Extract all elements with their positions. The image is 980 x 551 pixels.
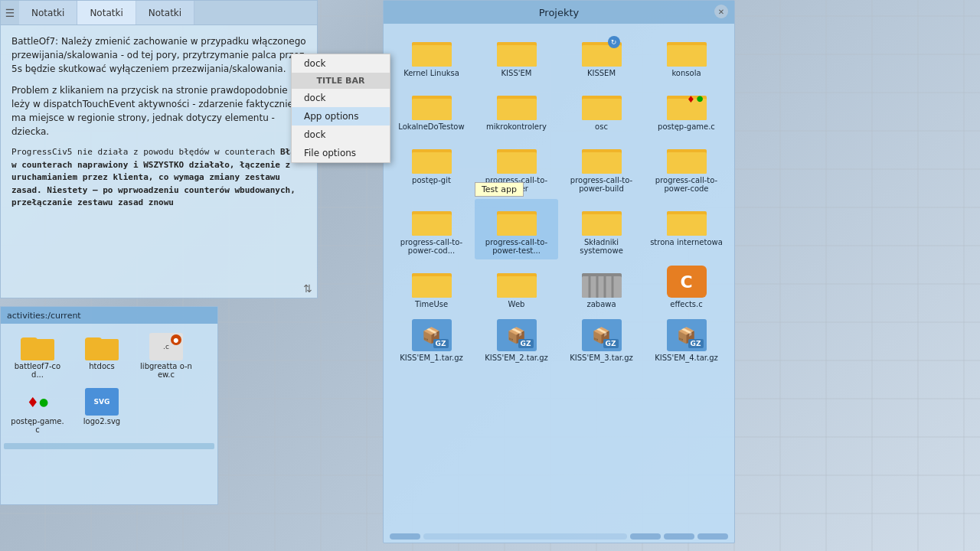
svg-rect-17 <box>497 99 537 120</box>
browser-item-zabawa[interactable]: zabawa <box>560 261 643 313</box>
browser-scrollbar[interactable] <box>390 533 728 540</box>
context-menu-dock-2[interactable]: dock <box>292 89 390 107</box>
folder-svg-lokalnetest <box>412 88 452 120</box>
browser-item-mikrokontrolery[interactable]: mikrokontrolery <box>475 83 558 135</box>
browser-item-web[interactable]: Web <box>475 261 558 313</box>
scroll-icon[interactable]: ⇅ <box>303 282 312 295</box>
item-label-kernel-linuksa: Kernel Linuksa <box>403 69 459 77</box>
browser-item-kissem3[interactable]: 📦 KISS'EM_3.tar.gz <box>560 315 643 367</box>
icon-libgreatta: .c ● <box>149 333 183 360</box>
browser-item-progress-call-test[interactable]: Test app progress-call-to-power-test... <box>475 199 558 259</box>
browser-item-progress-call[interactable]: progress-call-to-power <box>475 137 558 197</box>
svg-rect-41 <box>497 214 537 236</box>
context-menu-dock-1[interactable]: dock <box>292 54 390 73</box>
svg-rect-5 <box>497 45 537 67</box>
file-label-logo2: logo2.svg <box>83 417 120 425</box>
browser-item-kernel-linuksa[interactable]: Kernel Linuksa <box>390 30 473 82</box>
folder-svg-progress-call <box>497 142 537 174</box>
folder-icon-htdocs <box>85 333 119 360</box>
file-panel-scrollbar[interactable] <box>4 443 214 449</box>
browser-item-kissem[interactable]: KISS'EM <box>475 30 558 82</box>
file-item-logo2[interactable]: SVG logo2.svg <box>71 385 132 437</box>
item-label-kissem4: KISS'EM_4.tar.gz <box>655 354 717 362</box>
tar-icon-kissem3: 📦 <box>582 319 622 351</box>
tar-icon-kissem1: 📦 <box>412 319 452 351</box>
folder-svg-progress-call-test <box>497 204 537 236</box>
browser-item-kissem2[interactable]: 📦 KISS'EM_2.tar.gz <box>475 315 558 367</box>
browser-item-progress-call-cod[interactable]: progress-call-to-power-cod... <box>390 199 473 259</box>
browser-panel: Projekty ✕ Kernel Linuksa KISS'EM <box>383 0 735 543</box>
folder-svg-strona <box>667 204 707 236</box>
scrollbar-thumb-1[interactable] <box>390 533 420 540</box>
browser-item-effects[interactable]: C effects.c <box>645 261 728 313</box>
item-label-lokalnetest: LokalneDoTestow <box>398 122 464 131</box>
browser-item-skladniki[interactable]: Składniki systemowe <box>560 199 643 259</box>
folder-kissem-badge-container: ↻ <box>582 34 622 67</box>
file-item-libgreatta[interactable]: .c ● libgreatta o-new.c <box>136 330 197 382</box>
folder-svg-konsola <box>667 34 707 67</box>
file-label-battleof7: battleof7-cod... <box>10 362 65 379</box>
context-menu-app-options[interactable]: App options <box>292 107 390 126</box>
browser-title: Projekty <box>539 7 580 18</box>
browser-item-strona[interactable]: strona internetowa <box>645 199 728 259</box>
svg-rect-8 <box>582 45 622 67</box>
scrollbar-track <box>423 533 627 540</box>
file-item-battleof7[interactable]: battleof7-cod... <box>7 330 68 382</box>
item-label-timeuse: TimeUse <box>415 300 448 308</box>
item-label-web: Web <box>508 300 525 308</box>
text-paragraph-2: Problem z klikaniem na przycisk na stron… <box>11 83 306 139</box>
browser-item-timeuse[interactable]: TimeUse <box>390 261 473 313</box>
scrollbar-thumb-3[interactable] <box>664 533 694 540</box>
file-item-postep-game[interactable]: ♦ ● postęp-game.c <box>7 385 68 437</box>
item-label-progress-call-build: progress-call-to-power-build <box>564 176 640 193</box>
folder-svg-kernel <box>412 34 452 67</box>
item-label-kissem: KISS'EM <box>501 69 532 77</box>
text-content-area: BattleOf7: Należy zmienić zachowanie w p… <box>1 25 317 276</box>
svg-rect-11 <box>667 45 707 67</box>
browser-item-progress-call-build[interactable]: progress-call-to-power-build <box>560 137 643 197</box>
browser-grid: Kernel Linuksa KISS'EM ↻ KISSEM <box>384 24 734 373</box>
icon-logo2-svg: SVG <box>85 388 119 416</box>
hamburger-menu[interactable]: ☰ <box>1 1 19 24</box>
browser-item-postep-game-folder[interactable]: ♦ ● postęp-game.c <box>645 83 728 135</box>
context-menu-file-options[interactable]: File options <box>292 144 390 162</box>
file-panel-path: activities:/current <box>7 311 81 321</box>
scrollbar-thumb-4[interactable] <box>697 533 728 540</box>
tar-icon-kissem4: 📦 <box>667 319 707 351</box>
tab-notatki-1[interactable]: Notatki <box>19 1 77 24</box>
browser-item-kissem4[interactable]: 📦 KISS'EM_4.tar.gz <box>645 315 728 367</box>
file-item-htdocs[interactable]: htdocs <box>71 330 132 382</box>
tab-notatki-2[interactable]: Notatki <box>77 1 136 24</box>
item-label-progress-call: progress-call-to-power <box>479 176 555 193</box>
folder-svg-progress-call-cod <box>412 204 452 236</box>
close-button[interactable]: ✕ <box>714 5 728 18</box>
text-paragraph-1: BattleOf7: Należy zmienić zachowanie w p… <box>11 34 306 76</box>
item-label-skladniki: Składniki systemowe <box>564 238 640 255</box>
svg-rect-53 <box>497 276 537 298</box>
file-manager-panel: activities:/current battleof7-cod... htd… <box>0 306 218 505</box>
browser-item-kissem1[interactable]: 📦 KISS'EM_1.tar.gz <box>390 315 473 367</box>
file-panel-title: activities:/current <box>1 307 217 324</box>
item-label-kissem2: KISS'EM_2.tar.gz <box>485 354 547 362</box>
browser-item-osc[interactable]: osc <box>560 83 643 135</box>
folder-svg-progress-call-code <box>667 142 707 174</box>
svg-rect-20 <box>582 99 622 120</box>
folder-svg-postep-git <box>412 142 452 174</box>
tab-notatki-3[interactable]: Notatki <box>136 1 194 24</box>
context-menu-dock-3[interactable]: dock <box>292 126 390 144</box>
text-editor-panel: ☰ Notatki Notatki Notatki BattleOf7: Nal… <box>0 0 318 298</box>
browser-item-postep-git[interactable]: postęp-git <box>390 137 473 197</box>
item-label-progress-call-cod: progress-call-to-power-cod... <box>394 238 470 255</box>
file-label-libgreatta: libgreatta o-new.c <box>139 362 194 379</box>
item-label-konsola: konsola <box>671 69 701 77</box>
scrollbar-thumb-2[interactable] <box>630 533 661 540</box>
browser-item-lokalnetest[interactable]: LokalneDoTestow <box>390 83 473 135</box>
svg-rect-56 <box>582 276 622 298</box>
browser-item-konsola[interactable]: konsola <box>645 30 728 82</box>
browser-item-progress-call-code[interactable]: progress-call-to-power-code <box>645 137 728 197</box>
folder-svg-osc <box>582 88 622 120</box>
folder-svg-kissem <box>497 34 537 67</box>
browser-item-kissem-badge[interactable]: ↻ KISSEM <box>560 30 643 82</box>
text-paragraph-3: ProgressCiv5 nie działa z powodu błędów … <box>11 146 306 210</box>
browser-title-bar: Projekty ✕ <box>384 1 734 24</box>
